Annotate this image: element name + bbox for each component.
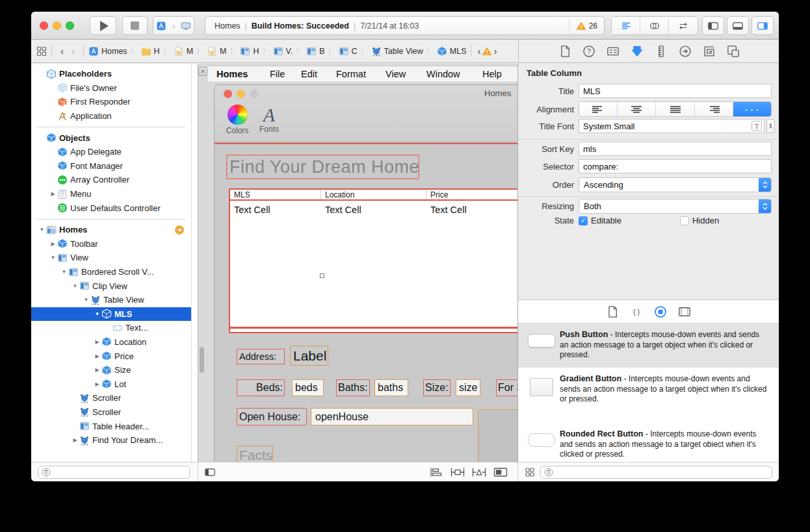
align-right-segment[interactable] [695,102,733,116]
title-field[interactable]: MLS [579,84,772,98]
disclosure-triangle-icon[interactable]: ▼ [38,227,46,233]
align-justified-segment[interactable] [656,102,694,116]
resizing-popup[interactable]: Both [579,199,772,214]
outline-item-table-header-[interactable]: Table Header... [31,419,191,433]
design-table-body[interactable]: Text Cell Text Cell Text Cell [230,201,518,329]
design-menu-homes[interactable]: Homes [216,69,248,79]
outline-item-objects[interactable]: Objects [31,131,191,145]
outline-item-bordered-scroll-v-[interactable]: ▼Bordered Scroll V... [31,265,191,279]
toggle-outline-icon[interactable] [205,467,215,477]
breadcrumb-homes[interactable]: Homes [88,46,127,57]
outline-item-homes[interactable]: ▼Homes [31,223,191,237]
warning-count-button[interactable]: 26 [569,17,604,34]
inspector-tab-quick-help[interactable]: ? [582,45,595,58]
toggle-inspector-button[interactable] [751,16,774,35]
align-button[interactable] [428,467,444,477]
outline-item-scroller[interactable]: Scroller [31,405,191,420]
disclosure-triangle-icon[interactable]: ▶ [49,191,57,197]
library-item-rounded-rect-button[interactable]: Rounded Rect Button - Intercepts mouse-d… [518,423,779,462]
next-issue-button[interactable]: › [492,45,498,57]
breadcrumb-m[interactable]: xM [174,46,193,57]
minimize-button[interactable] [53,21,61,30]
openhouse-field[interactable]: openHouse [311,408,473,425]
design-menu-format[interactable]: Format [336,69,366,79]
outline-item-menu[interactable]: ▶Menu [31,187,191,201]
design-table-header[interactable]: MLS Location Price [230,190,518,201]
outline-item-find-your-dream-[interactable]: ▶Find Your Dream... [31,433,191,448]
library-tab-file-templates[interactable] [606,305,619,318]
design-window[interactable]: Homes Colors A Fonts Find Your Dream Hom… [215,85,518,462]
breadcrumb-mls[interactable]: MLS [437,46,467,57]
breadcrumb-h[interactable]: H [240,46,259,57]
disclosure-triangle-icon[interactable]: ▼ [82,297,90,303]
disclosure-triangle-icon[interactable]: ▶ [93,353,101,359]
library-tab-media[interactable] [678,305,691,318]
resolve-issues-button[interactable] [471,467,487,477]
outline-item-lot[interactable]: ▶Lot [31,377,191,391]
outline-item-clip-view[interactable]: ▼Clip View [31,279,191,293]
column-header-price[interactable]: Price [426,190,518,199]
menu-editor-close-icon[interactable]: ✕ [198,67,207,76]
outline-item-size[interactable]: ▶Size [31,363,191,377]
canvas-vertical-scroller[interactable] [200,347,204,373]
align-left-segment[interactable] [579,102,618,116]
scheme-selector[interactable]: › [153,16,194,35]
column-header-mls[interactable]: MLS [230,190,321,199]
outline-item-text-[interactable]: Text... [31,321,191,335]
table-cell[interactable]: Text Cell [321,205,426,215]
facts-label[interactable]: Facts [237,446,273,462]
title-font-field[interactable]: System Small T [579,119,764,133]
outline-filter-field[interactable] [38,466,190,479]
inspector-tab-file[interactable] [558,45,571,58]
inspector-tab-attributes[interactable] [631,45,644,58]
breadcrumb-table-view[interactable]: Table View [371,46,423,57]
library-filter-field[interactable] [540,466,772,479]
zoom-button[interactable] [66,21,74,30]
hidden-checkbox[interactable] [680,216,689,225]
design-menu-edit[interactable]: Edit [301,69,317,79]
design-table-view[interactable]: MLS Location Price Text Cell Text Cell T… [229,188,518,333]
sort-key-field[interactable]: mls [579,142,772,156]
outline-item-font-manager[interactable]: Font Manager [31,159,191,173]
standard-editor-button[interactable] [612,17,640,34]
go-forward-button[interactable]: › [68,45,79,57]
version-editor-button[interactable] [669,17,698,34]
outline-item-placeholders[interactable]: Placeholders [31,67,191,81]
outline-item-view[interactable]: ▼View [31,251,191,265]
side-panel-box[interactable] [478,409,518,462]
disclosure-triangle-icon[interactable]: ▼ [60,269,68,275]
library-tab-code-snippets[interactable]: { } [630,305,643,318]
baths-field[interactable]: baths [374,379,408,396]
related-items-icon[interactable] [36,46,47,57]
library-item-push-button[interactable]: Push Button - Intercepts mouse-down even… [518,323,779,368]
table-cell[interactable]: Text Cell [230,205,321,215]
toggle-debug-area-button[interactable] [727,16,749,35]
design-window-titlebar[interactable]: Homes Colors A Fonts [215,85,518,142]
outline-item-toolbar[interactable]: ▶Toolbar [31,237,191,251]
inspector-tab-identity[interactable] [607,45,620,58]
beds-field[interactable]: beds [292,379,324,396]
inspector-tab-bindings[interactable] [703,45,716,58]
disclosure-triangle-icon[interactable]: ▶ [49,241,57,247]
column-header-location[interactable]: Location [321,190,426,199]
disclosure-triangle-icon[interactable]: ▶ [71,437,79,443]
disclosure-triangle-icon[interactable]: ▼ [49,255,57,260]
beds-label[interactable]: Beds: [237,379,285,396]
pin-button[interactable] [450,467,465,477]
disclosure-triangle-icon[interactable]: ▶ [93,339,101,345]
outline-item-application[interactable]: Application [31,109,191,123]
selection-handle[interactable] [320,273,324,278]
baths-label[interactable]: Baths: [336,379,370,396]
breadcrumb-v-[interactable]: V. [273,46,293,57]
inspector-tab-connections[interactable] [679,45,692,58]
forsale-label[interactable]: For S [496,379,518,396]
editable-checkbox[interactable]: ✓ [579,216,588,225]
disclosure-triangle-icon[interactable]: ▼ [93,311,101,317]
openhouse-label[interactable]: Open House: [237,408,307,425]
design-menu-window[interactable]: Window [426,69,460,79]
toggle-navigator-button[interactable] [702,16,724,35]
align-natural-segment[interactable]: - - - [733,102,771,116]
order-popup[interactable]: Ascending [579,177,772,192]
disclosure-triangle-icon[interactable]: ▶ [93,381,101,387]
breadcrumb-m[interactable]: xM [207,46,226,57]
